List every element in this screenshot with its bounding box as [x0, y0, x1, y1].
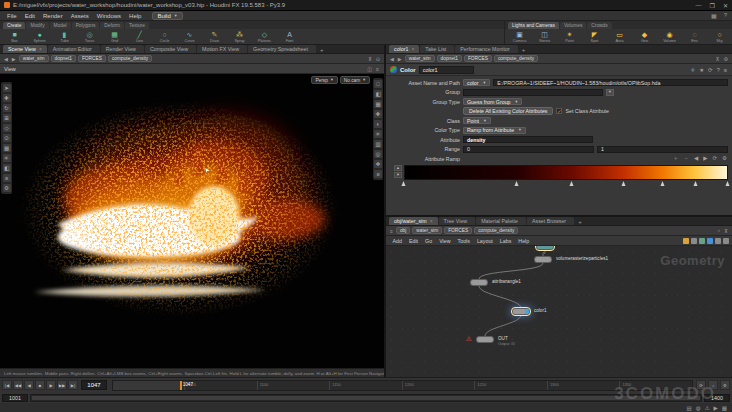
pane-tab[interactable]: Motion FX View	[197, 45, 247, 53]
network-menu-item[interactable]: Layout	[473, 238, 496, 244]
gear-icon[interactable]: ≡	[723, 67, 728, 73]
network-menu-item[interactable]: Go	[422, 238, 436, 244]
pane-tab[interactable]: Composite View	[145, 45, 196, 53]
attribute-field[interactable]: density	[463, 136, 593, 143]
lighting-icon[interactable]: ◐	[374, 120, 382, 128]
pose-tool-icon[interactable]: ⊙	[3, 134, 11, 142]
flags-icon[interactable]	[715, 238, 721, 244]
desktop-selector[interactable]: Build ▼	[152, 12, 182, 20]
prev-key-button[interactable]: ◀◀	[13, 380, 23, 390]
path-chip[interactable]: water_sim	[412, 227, 442, 234]
playbar-options-icon[interactable]: ⚙	[720, 380, 730, 390]
menu-item[interactable]: Edit	[21, 13, 39, 19]
range-min-field[interactable]: 0	[463, 146, 594, 153]
pin-icon[interactable]: ⊼	[723, 228, 729, 234]
shelf-tab[interactable]: Crowds	[587, 22, 611, 29]
ramp-stop-marker[interactable]	[661, 181, 665, 186]
viewport-options-icon[interactable]: ≡	[375, 66, 380, 72]
reverse-ramp-icon[interactable]: ⟳	[711, 155, 718, 162]
grid-toggle-icon[interactable]: ▥	[374, 140, 382, 148]
close-button[interactable]: ✕	[723, 2, 728, 9]
asset-path-field[interactable]: E:/PROGRA~1/SIDEEF~1/HOUDIN~1.583/houdin…	[493, 79, 728, 86]
shelf-tab[interactable]: Texture	[125, 22, 149, 29]
maximize-button[interactable]: ❐	[710, 2, 715, 9]
attribute-ramp-bar[interactable]	[404, 165, 728, 180]
global-range-slider[interactable]	[30, 394, 702, 402]
jump-end-button[interactable]: ▶|	[68, 380, 78, 390]
range-max-field[interactable]: 1	[597, 146, 728, 153]
shelf-tab[interactable]: Polygons	[72, 22, 100, 29]
class-combo[interactable]: Point ▼	[463, 117, 491, 124]
minimize-button[interactable]: —	[696, 2, 702, 8]
play-button[interactable]: ▶	[46, 380, 56, 390]
range-start-field[interactable]: 1001	[2, 394, 28, 402]
shelf-tab[interactable]: Deform	[100, 22, 124, 29]
color-palette-icon[interactable]	[707, 238, 713, 244]
shelf-tool[interactable]: ● Sphere	[27, 31, 52, 43]
pin-icon[interactable]: ⊼	[367, 56, 373, 62]
snap-icon[interactable]	[683, 238, 689, 244]
shelf-tool[interactable]: ▦ Grid	[102, 31, 127, 43]
rotate-tool-icon[interactable]: ↻	[3, 104, 11, 112]
path-chip[interactable]: water_sim	[19, 55, 49, 62]
gear-icon[interactable]: ⚙	[723, 56, 729, 62]
view-menu[interactable]: View	[4, 66, 16, 72]
menu-item[interactable]: Render	[39, 13, 67, 19]
scale-tool-icon[interactable]: ⊞	[3, 114, 11, 122]
menu-item[interactable]: File	[3, 13, 21, 19]
menu-item[interactable]: Assets	[67, 13, 93, 19]
shelf-tool[interactable]: ✶ Point	[557, 31, 582, 43]
shelf-tool[interactable]: ◌ Env	[682, 31, 707, 43]
network-menu-item[interactable]: Tools	[454, 238, 473, 244]
forward-icon[interactable]: ▶	[397, 56, 403, 62]
group-select-button[interactable]: ▼	[606, 89, 614, 96]
node-attribwrangle1[interactable]	[470, 279, 488, 286]
warning-icon[interactable]: ⚠	[705, 405, 710, 411]
network-canvas[interactable]: Geometry volumerasterizeparticles1attrib…	[386, 246, 732, 377]
node-OUT[interactable]	[476, 336, 494, 343]
shelf-tool[interactable]: ◎ Torus	[77, 31, 102, 43]
shelf-tool[interactable]: ▣ Camera	[507, 31, 532, 43]
pane-tab[interactable]: Render View	[101, 45, 144, 53]
layout-icon[interactable]: ▦	[709, 12, 719, 19]
viewport-canvas[interactable]: ➤✚↻⊞◇⊙▦☀◧≡⚙ □◧▦✚◐☀▥◎❖≡ Persp ▼ No cam ▼ …	[0, 74, 384, 368]
search-icon[interactable]: ⌕	[717, 227, 722, 234]
pane-tab[interactable]: obj/water_sim ×	[389, 217, 438, 225]
network-menu-icon[interactable]: ≡	[389, 228, 394, 234]
close-icon[interactable]: ×	[411, 46, 414, 52]
frame-view-icon[interactable]: □	[374, 80, 382, 88]
ramp-stop-marker[interactable]	[622, 181, 626, 186]
wireframe-icon[interactable]: ▦	[374, 100, 382, 108]
shelf-tool[interactable]: ○ Sky	[707, 31, 732, 43]
jump-start-button[interactable]: |◀	[2, 380, 12, 390]
current-frame-field[interactable]: 1047	[81, 380, 107, 390]
shelf-tool[interactable]: ◫ Stereo	[532, 31, 557, 43]
favorites-icon[interactable]: ★	[698, 67, 705, 73]
playhead-marker[interactable]: 1047	[180, 381, 182, 390]
path-root-chip[interactable]: obj	[396, 227, 410, 234]
network-menu-item[interactable]: Edit	[405, 238, 421, 244]
shelf-tool[interactable]: ✎ Draw	[202, 31, 227, 43]
ramp-options-icon[interactable]: ⚙	[721, 155, 728, 162]
reset-icon[interactable]: ⟳	[707, 67, 714, 73]
message-log-icon[interactable]: ▤	[687, 405, 692, 411]
view-menu-icon[interactable]: ≡	[374, 170, 382, 178]
close-icon[interactable]: ×	[430, 218, 433, 224]
set-class-attribute-checkbox[interactable]: ✓	[556, 108, 562, 114]
shelf-tool[interactable]: ◆ Geo	[632, 31, 657, 43]
pin-icon[interactable]: ⊼	[715, 56, 721, 62]
next-point-icon[interactable]: ▶	[702, 155, 708, 162]
shelf-tab[interactable]: Volumes	[560, 22, 586, 29]
ramp-handle-down-icon[interactable]: ▼	[394, 172, 402, 178]
node-color1[interactable]	[512, 308, 530, 315]
back-icon[interactable]: ◀	[3, 56, 9, 62]
group-field[interactable]	[463, 89, 603, 96]
shelf-tool[interactable]: ╱ Line	[127, 31, 152, 43]
memory-icon[interactable]: ▦	[722, 405, 727, 411]
ramp-handle-up-icon[interactable]: ▲	[394, 165, 402, 171]
pane-tab[interactable]: Asset Browser	[527, 217, 574, 225]
reference-plane-icon[interactable]: ◎	[374, 150, 382, 158]
shelf-tool[interactable]: ○ Circle	[152, 31, 177, 43]
network-menu-item[interactable]: View	[436, 238, 454, 244]
new-tab-button[interactable]: +	[317, 47, 327, 53]
